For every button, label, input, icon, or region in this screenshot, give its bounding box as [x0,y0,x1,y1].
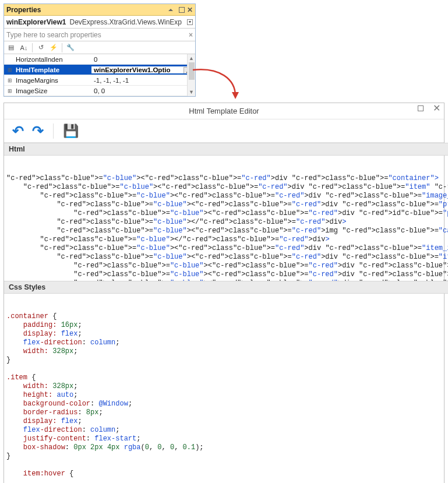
property-name: ImageSize [16,87,91,94]
search-placeholder: Type here to search properties [6,31,101,39]
redo-icon[interactable]: ↷ [32,123,44,139]
css-section-header: Css Styles [4,281,448,294]
maximize-icon[interactable] [179,7,185,13]
expand-icon[interactable]: ⊞ [4,88,16,94]
expand-icon[interactable]: ⊞ [4,77,16,83]
categorize-icon[interactable]: ▤ [5,43,17,53]
close-icon[interactable]: ✕ [433,105,440,111]
editor-title: Html Template Editor [189,107,259,115]
scroll-up-icon[interactable]: ▲ [189,54,194,62]
property-name: ImageMargins [16,77,91,84]
save-icon[interactable]: 💾 [63,124,79,139]
properties-search[interactable]: Type here to search properties × [4,29,195,41]
html-code-editor[interactable]: "c-red">class"c-blue">="c-blue"><"c-red"… [4,156,448,281]
html-template-editor-window: Html Template Editor ✕ ↶ ↷ 💾 Html "c-red… [3,103,445,483]
property-row[interactable]: ⊞ImageMargins-1, -1, -1, -1 [4,75,195,86]
property-name: HtmlTemplate [16,66,91,73]
editor-title-bar: Html Template Editor ✕ [4,103,444,119]
property-row[interactable]: ⊞HtmlTemplatewinExplorerView1.Optio…↖ [4,65,195,75]
editor-left-pane: Html "c-red">class"c-blue">="c-blue"><"c… [4,143,448,483]
property-name: HorizontalInden [16,56,91,63]
expand-icon[interactable]: ⊞ [4,67,16,73]
events-icon[interactable]: ⚡ [48,43,59,53]
clear-search-icon[interactable]: × [189,31,193,39]
chevron-down-icon[interactable]: ▾ [187,19,193,25]
properties-object-selector[interactable]: winExplorerView1 DevExpress.XtraGrid.Vie… [4,16,195,29]
annotation-arrow [178,68,423,103]
maximize-icon[interactable] [418,105,424,111]
sort-icon[interactable]: A↓ [18,43,30,53]
undo-icon[interactable]: ↶ [12,123,24,139]
property-value[interactable]: 0 [91,56,195,63]
properties-title-bar: Properties ✕ [4,4,195,16]
close-icon[interactable]: ✕ [187,6,193,14]
object-name: winExplorerView1 [6,18,66,26]
dropdown-icon[interactable] [168,9,173,11]
properties-title: Properties [6,6,41,14]
property-row[interactable]: ⊞ImageSize0, 0 [4,86,195,96]
object-type: DevExpress.XtraGrid.Views.WinExp [70,18,188,26]
html-section-header: Html [4,143,448,156]
property-row[interactable]: HorizontalInden0 [4,54,195,65]
wrench-icon[interactable]: 🔧 [65,43,76,53]
properties-grid: HorizontalInden0⊞HtmlTemplatewinExplorer… [4,54,195,96]
editor-toolbar: ↶ ↷ 💾 [4,119,444,143]
properties-panel: Properties ✕ winExplorerView1 DevExpress… [3,3,196,97]
properties-toolbar: ▤ A↓ ↺ ⚡ 🔧 [4,41,195,54]
css-code-editor[interactable]: .container { padding: 16px; display: fle… [4,294,448,483]
reset-icon[interactable]: ↺ [35,43,47,53]
